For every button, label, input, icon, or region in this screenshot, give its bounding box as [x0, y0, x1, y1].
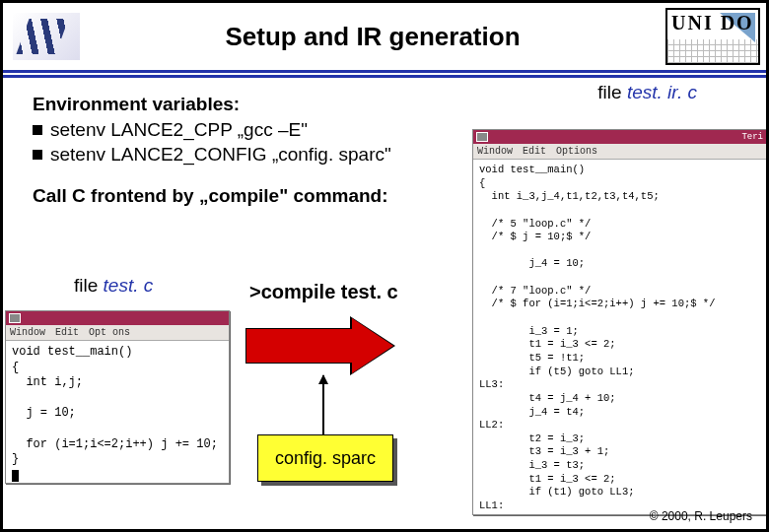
arrow-up-icon [322, 375, 324, 434]
menu-item[interactable]: Window [477, 146, 513, 157]
menu-item[interactable]: Edit [55, 327, 79, 338]
menu-item[interactable]: Opt ons [89, 327, 130, 338]
bullet-icon [33, 150, 42, 160]
titlebar: Teri [473, 130, 767, 144]
copyright: © 2000, R. Leupers [650, 509, 752, 523]
menubar: Window Edit Options [473, 144, 767, 160]
terminal-right: Teri Window Edit Options void test__main… [472, 129, 768, 515]
menu-item[interactable]: Edit [523, 146, 546, 157]
cursor-icon [12, 470, 19, 482]
slide-title: Setup and IR generation [80, 22, 665, 52]
divider [3, 70, 766, 78]
file-ir-name: test. ir. c [627, 82, 697, 102]
code-text: void test__main() { int i,j; j = 10; for… [12, 345, 218, 466]
config-label: config. sparc [275, 448, 376, 469]
arrow-right-icon [245, 318, 397, 373]
terminal-left: Window Edit Opt ons void test__main() { … [5, 310, 230, 484]
file-prefix: file [597, 82, 627, 102]
titlebar [6, 311, 229, 325]
logo-right: UNI DO [665, 8, 760, 65]
env-item-text: setenv LANCE2_CONFIG „config. sparc" [50, 142, 391, 167]
terminal-body: void test__main() { int i_3,j_4,t1,t2,t3… [473, 160, 767, 514]
slide: Setup and IR generation UNI DO file test… [0, 0, 769, 532]
window-title: Teri [741, 132, 763, 142]
env-item-text: setenv LANCE2_CPP „gcc –E" [50, 117, 308, 143]
menu-item[interactable]: Options [556, 146, 597, 157]
window-menu-icon[interactable] [476, 132, 488, 142]
menu-item[interactable]: Window [10, 327, 45, 338]
logo-right-text: UNI DO [671, 12, 754, 34]
file-testc-label: file test. c [74, 275, 153, 297]
content: file test. ir. c Environment variables: … [3, 78, 766, 529]
file-testc-name: test. c [104, 275, 154, 296]
code-text: void test__main() { int i_3,j_4,t1,t2,t3… [479, 164, 715, 511]
file-ir-label: file test. ir. c [597, 82, 697, 103]
compile-command: >compile test. c [249, 281, 398, 303]
logo-left [13, 13, 80, 60]
terminal-body: void test__main() { int i,j; j = 10; for… [6, 341, 229, 483]
menubar: Window Edit Opt ons [6, 325, 229, 341]
file-prefix: file [74, 275, 104, 296]
window-menu-icon[interactable] [9, 313, 21, 323]
config-box: config. sparc [257, 434, 393, 482]
header: Setup and IR generation UNI DO [3, 3, 766, 70]
bullet-icon [33, 125, 42, 135]
